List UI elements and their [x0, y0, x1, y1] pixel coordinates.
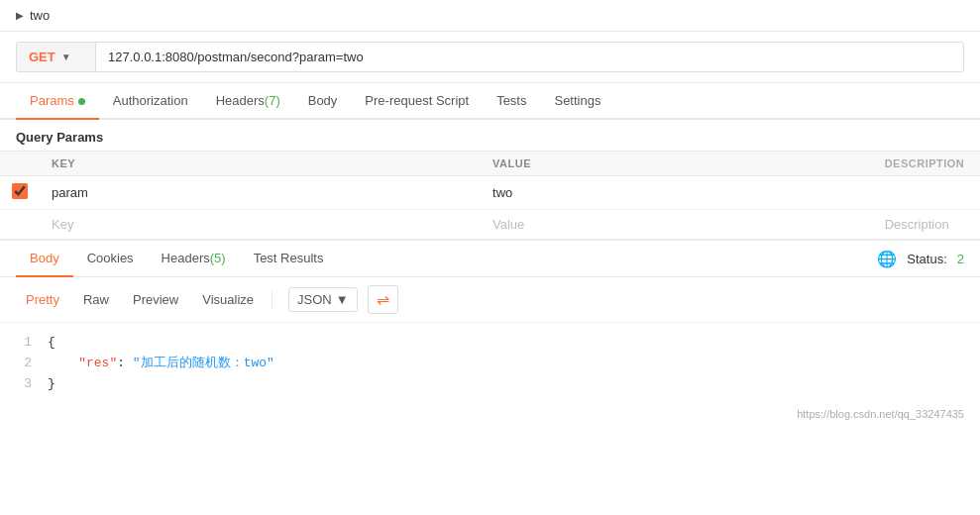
tab-settings[interactable]: Settings: [540, 83, 614, 120]
code-line-1: 1 {: [16, 333, 964, 354]
code-brace-close: }: [48, 374, 55, 395]
json-format-select[interactable]: JSON ▼: [288, 287, 358, 312]
breadcrumb-bar: ▶ two: [0, 0, 980, 32]
url-input[interactable]: [95, 42, 964, 72]
method-select[interactable]: GET ▼: [16, 42, 95, 72]
tab-prerequest[interactable]: Pre-request Script: [351, 83, 483, 120]
format-bar: Pretty Raw Preview Visualize JSON ▼ ⇌: [0, 277, 980, 323]
response-tabs-bar: Body Cookies Headers(5) Test Results 🌐 S…: [0, 240, 980, 277]
response-tab-testresults[interactable]: Test Results: [240, 241, 338, 277]
row-value: two: [481, 176, 873, 210]
request-tabs-bar: Params Authorization Headers(7) Body Pre…: [0, 83, 980, 120]
breadcrumb-label: two: [30, 8, 50, 23]
tab-params[interactable]: Params: [16, 83, 99, 120]
response-right: 🌐 Status: 2: [877, 250, 964, 268]
col-description: DESCRIPTION: [873, 152, 980, 176]
format-tab-preview[interactable]: Preview: [123, 287, 188, 312]
globe-icon: 🌐: [877, 250, 897, 268]
table-row-placeholder: Key Value Description: [0, 210, 980, 240]
tab-authorization[interactable]: Authorization: [99, 83, 202, 120]
tab-headers[interactable]: Headers(7): [202, 83, 294, 120]
json-key: "res": [78, 356, 117, 370]
response-tab-cookies[interactable]: Cookies: [73, 241, 148, 277]
format-tab-raw[interactable]: Raw: [73, 287, 119, 312]
url-bar: GET ▼: [0, 32, 980, 83]
json-colon: :: [117, 356, 133, 370]
params-dot: [78, 98, 85, 105]
json-select-arrow: ▼: [336, 292, 349, 307]
row-description: [873, 176, 980, 210]
row-checkbox[interactable]: [12, 183, 28, 199]
code-line-3: 3 }: [16, 374, 964, 395]
status-value: 2: [957, 252, 964, 266]
query-params-title: Query Params: [0, 120, 980, 151]
params-table: KEY VALUE DESCRIPTION param two Key Valu…: [0, 151, 980, 240]
format-tab-visualize[interactable]: Visualize: [192, 287, 264, 312]
wrap-button[interactable]: ⇌: [368, 285, 398, 314]
watermark: https://blog.csdn.net/qq_33247435: [0, 404, 980, 426]
table-row: param two: [0, 176, 980, 210]
method-label: GET: [29, 50, 55, 64]
code-area: 1 { 2 "res": "加工后的随机数：two" 3 }: [0, 323, 980, 404]
code-indent: "res": "加工后的随机数：two": [48, 354, 274, 374]
col-check: [0, 152, 40, 176]
format-tab-pretty[interactable]: Pretty: [16, 287, 69, 312]
format-divider: [272, 291, 272, 309]
breadcrumb-arrow: ▶: [16, 10, 24, 21]
method-arrow: ▼: [61, 52, 71, 62]
json-value: "加工后的随机数：two": [133, 356, 274, 370]
wrap-icon: ⇌: [377, 290, 389, 309]
code-brace-open: {: [48, 333, 55, 354]
line-num-2: 2: [16, 354, 32, 374]
response-tab-body[interactable]: Body: [16, 241, 73, 277]
row-key: param: [40, 176, 481, 210]
col-key: KEY: [40, 152, 481, 176]
value-placeholder: Value: [492, 217, 524, 232]
col-value: VALUE: [481, 152, 873, 176]
key-placeholder: Key: [52, 217, 73, 232]
status-label: Status:: [907, 252, 946, 266]
tab-tests[interactable]: Tests: [483, 83, 540, 120]
desc-placeholder: Description: [885, 217, 949, 232]
json-format-label: JSON: [297, 292, 332, 307]
tab-body[interactable]: Body: [294, 83, 352, 120]
line-num-3: 3: [16, 374, 32, 395]
code-line-2: 2 "res": "加工后的随机数：two": [16, 354, 964, 374]
response-tab-headers[interactable]: Headers(5): [148, 241, 240, 277]
line-num-1: 1: [16, 333, 32, 354]
